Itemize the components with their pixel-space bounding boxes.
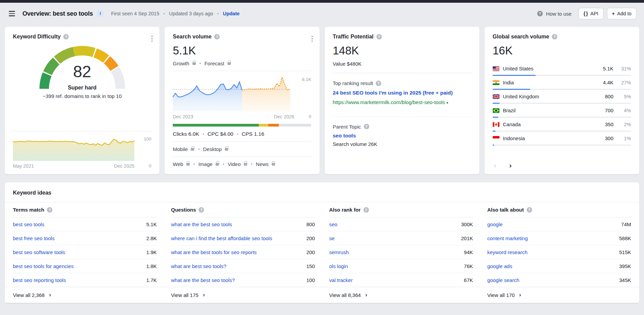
view-all-label: View all 170 xyxy=(487,292,515,298)
api-button-label: API xyxy=(590,11,598,16)
keyword-link[interactable]: google xyxy=(487,221,506,227)
help-icon[interactable]: ? xyxy=(376,81,381,86)
country-share-bar-fill xyxy=(493,117,498,118)
view-all-link[interactable]: View all 170 › xyxy=(487,287,631,303)
keyword-row: best free seo tools 2.8K xyxy=(13,231,157,245)
page-header: Overview: best seo tools I First seen 4 … xyxy=(0,3,644,24)
view-all-link[interactable]: View all 175 › xyxy=(171,287,315,303)
global-volume-value: 16K xyxy=(493,44,631,57)
view-all-link[interactable]: View all 2,368 › xyxy=(13,287,157,303)
chevron-right-icon: › xyxy=(203,292,205,298)
keyword-link[interactable]: keyword research xyxy=(487,249,531,255)
search-volume-card: Search volume ? 5.1K Growth•Forecast xyxy=(165,27,319,174)
mobile-toggle[interactable]: Mobile xyxy=(173,146,188,152)
add-to-button[interactable]: + Add to xyxy=(607,8,637,19)
keyword-link[interactable]: se xyxy=(329,235,338,241)
keyword-link[interactable]: best seo tools xyxy=(13,221,48,227)
cps-1-16-metric: CPS 1.16 xyxy=(242,131,264,137)
kd-gauge: 82 xyxy=(38,45,126,91)
search-type-toggles-row: Web•Image•Video•News xyxy=(173,161,311,167)
help-icon[interactable]: ? xyxy=(363,207,369,213)
keyword-link[interactable]: seo xyxy=(329,221,341,227)
keyword-link[interactable]: semrush xyxy=(329,249,352,255)
help-icon[interactable]: ? xyxy=(537,11,543,16)
help-icon[interactable]: ? xyxy=(63,34,69,39)
keyword-volume: 395K xyxy=(619,263,631,269)
growth-toggle[interactable]: Growth xyxy=(173,61,189,66)
keyword-volume: 150 xyxy=(306,263,315,269)
column-title: Also rank for xyxy=(329,207,361,213)
country-flag-icon xyxy=(493,66,499,71)
top-result-title-link[interactable]: 24 best SEO tools I'm using in 2025 (fre… xyxy=(333,89,471,97)
keyword-link[interactable]: what are the best seo tools xyxy=(171,221,235,227)
forecast-toggle[interactable]: Forecast xyxy=(204,61,224,66)
country-name: United States xyxy=(503,66,593,71)
keyword-link[interactable]: best seo tools for agencies xyxy=(13,263,77,269)
prev-page-button[interactable]: ‹ xyxy=(494,162,496,169)
keyword-link[interactable]: google search xyxy=(487,277,523,283)
title-info-badge[interactable]: I xyxy=(97,11,103,17)
country-flag-icon xyxy=(493,94,499,99)
help-icon[interactable]: ? xyxy=(364,124,369,129)
help-icon[interactable]: ? xyxy=(214,34,220,39)
country-percent: 5% xyxy=(617,94,631,99)
keyword-link[interactable]: best free seo tools xyxy=(13,235,58,241)
desktop-toggle[interactable]: Desktop xyxy=(203,146,222,152)
country-pager: ‹ › xyxy=(493,158,631,169)
kd-x-left-label: May 2021 xyxy=(13,163,34,169)
keyword-row: ols login 76K xyxy=(329,259,473,273)
keyword-link[interactable]: what are best seo tools? xyxy=(171,263,230,269)
view-all-link[interactable]: View all 8,364 › xyxy=(329,287,473,303)
search-volume-chart xyxy=(173,76,294,112)
keyword-volume: 74M xyxy=(621,221,631,227)
dot-separator: • xyxy=(236,132,239,137)
menu-icon[interactable] xyxy=(7,9,16,18)
country-share-bar xyxy=(493,145,631,146)
keyword-row: semrush 94K xyxy=(329,245,473,259)
keyword-link[interactable]: best seo software tools xyxy=(13,249,68,255)
parent-topic-link[interactable]: seo tools xyxy=(333,133,471,139)
keyword-link[interactable]: content marketing xyxy=(487,235,531,241)
traffic-potential-card: Traffic Potential ? 148K Value $480K Top… xyxy=(325,27,479,174)
country-volume: 800 xyxy=(596,94,613,99)
help-icon[interactable]: ? xyxy=(376,34,382,39)
update-link[interactable]: Update xyxy=(223,11,239,16)
column-title: Also talk about xyxy=(487,207,524,213)
country-row: Indonesia 300 1% xyxy=(493,132,631,146)
kebab-menu-icon[interactable] xyxy=(309,34,315,43)
dot-separator: • xyxy=(217,11,220,16)
dot-separator: • xyxy=(163,11,166,16)
help-icon[interactable]: ? xyxy=(47,207,52,213)
keyword-link[interactable]: ols login xyxy=(329,263,351,269)
keyword-link[interactable]: what are the best tools for seo reports xyxy=(171,249,260,255)
country-row: Canada 350 2% xyxy=(493,118,631,132)
keyword-link[interactable]: where can i find the best affordable seo… xyxy=(171,235,275,241)
keyword-volume: 1.8K xyxy=(146,263,157,269)
lock-icon xyxy=(244,163,247,166)
image-toggle[interactable]: Image xyxy=(198,161,213,167)
news-toggle[interactable]: News xyxy=(256,161,269,167)
country-volume: 700 xyxy=(596,107,613,113)
keyword-link[interactable]: val tracker xyxy=(329,277,356,283)
next-page-button[interactable]: › xyxy=(509,162,512,169)
lock-icon xyxy=(186,163,190,166)
lock-icon xyxy=(191,148,194,151)
keyword-link[interactable]: best seo reporting tools xyxy=(13,277,69,283)
global-search-volume-card: Global search volume ? 16K United States… xyxy=(485,27,639,174)
keyword-link[interactable]: what are the best seo tools? xyxy=(171,277,238,283)
api-button[interactable]: { } API xyxy=(578,8,604,19)
top-result-url-link[interactable]: https://www.marketermilk.com/blog/best-s… xyxy=(333,98,471,106)
help-icon[interactable]: ? xyxy=(199,207,204,213)
video-toggle[interactable]: Video xyxy=(228,161,241,167)
keyword-volume: 515K xyxy=(619,249,631,255)
lock-icon xyxy=(227,62,231,65)
country-name: Indonesia xyxy=(503,135,593,141)
keyword-link[interactable]: google ads xyxy=(487,263,515,269)
keyword-volume: 94K xyxy=(464,249,473,255)
keyword-row: where can i find the best affordable seo… xyxy=(171,231,315,245)
help-icon[interactable]: ? xyxy=(552,34,557,39)
help-icon[interactable]: ? xyxy=(527,207,532,213)
kebab-menu-icon[interactable] xyxy=(149,34,155,43)
web-toggle[interactable]: Web xyxy=(173,161,183,167)
how-to-use-link[interactable]: How to use xyxy=(546,11,572,17)
